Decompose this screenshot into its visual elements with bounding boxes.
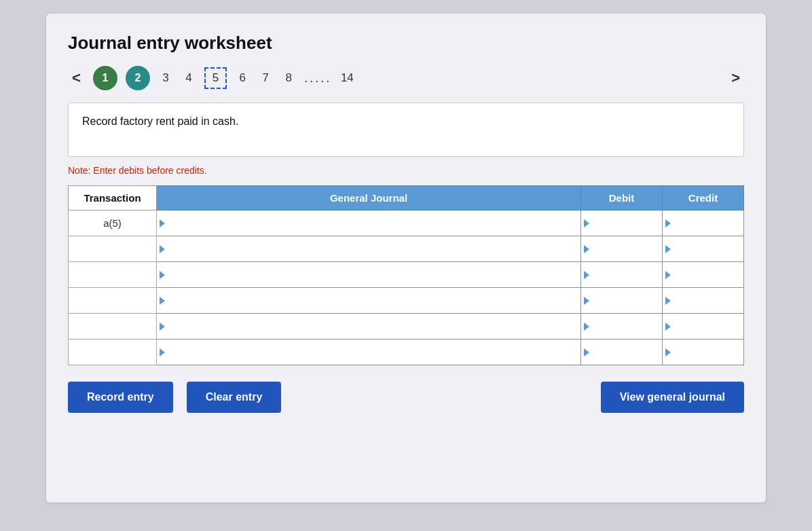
nav-item-6[interactable]: 6 [235,71,250,85]
nav-item-5[interactable]: 5 [204,67,227,89]
table-row [69,288,744,314]
journal-input-4[interactable] [173,295,545,306]
cell-debit-1[interactable] [581,210,663,236]
col-header-general-journal: General Journal [157,186,581,210]
triangle-debit-3 [584,271,589,279]
cell-debit-3[interactable] [581,262,663,288]
triangle-credit-4 [665,297,671,305]
nav-next-arrow[interactable]: > [727,68,744,88]
credit-input-6[interactable] [679,347,735,358]
journal-input-2[interactable] [173,244,545,255]
table-row: a(5) [69,210,744,236]
cell-debit-6[interactable] [581,340,663,365]
table-row [69,236,744,262]
triangle-icon-5 [160,323,165,331]
page-title: Journal entry worksheet [68,33,744,54]
triangle-credit-1 [665,219,671,227]
cell-debit-4[interactable] [581,288,663,314]
nav-row: < 1 2 3 4 5 6 7 8 ..... 14 > [68,66,744,90]
triangle-icon-1 [160,219,165,227]
instruction-box: Record factory rent paid in cash. [68,103,744,157]
triangle-icon-3 [160,271,165,279]
journal-input-3[interactable] [173,270,545,280]
triangle-credit-5 [665,323,671,331]
nav-item-14[interactable]: 14 [339,71,354,85]
button-row: Record entry Clear entry View general jo… [68,382,744,413]
cell-journal-3[interactable] [157,262,581,288]
triangle-icon-4 [160,297,165,305]
cell-credit-6[interactable] [663,340,744,365]
nav-item-8[interactable]: 8 [281,71,296,85]
cell-debit-5[interactable] [581,314,663,340]
cell-journal-6[interactable] [157,340,581,365]
main-card: Journal entry worksheet < 1 2 3 4 5 6 7 … [46,14,766,502]
nav-dots: ..... [304,71,331,86]
cell-debit-2[interactable] [581,236,663,262]
view-general-journal-button[interactable]: View general journal [601,382,744,413]
nav-item-3[interactable]: 3 [158,71,173,85]
debit-input-3[interactable] [597,270,653,280]
cell-transaction-6 [69,340,157,365]
credit-input-5[interactable] [679,321,735,332]
credit-input-1[interactable] [679,218,735,229]
cell-credit-3[interactable] [663,262,744,288]
triangle-debit-4 [584,297,589,305]
journal-input-6[interactable] [173,347,545,358]
triangle-credit-6 [665,348,671,356]
table-row [69,314,744,340]
debit-input-2[interactable] [597,244,653,255]
triangle-debit-2 [584,245,589,253]
journal-input-5[interactable] [173,321,545,332]
triangle-debit-6 [584,348,589,356]
col-header-debit: Debit [581,186,663,210]
cell-credit-2[interactable] [663,236,744,262]
triangle-icon-6 [160,348,165,356]
cell-journal-1[interactable] [157,210,581,236]
cell-transaction-1: a(5) [69,210,157,236]
instruction-text: Record factory rent paid in cash. [82,115,238,127]
triangle-icon-2 [160,245,165,253]
cell-credit-5[interactable] [663,314,744,340]
col-header-credit: Credit [663,186,744,210]
table-row [69,262,744,288]
nav-item-4[interactable]: 4 [181,71,196,85]
cell-journal-4[interactable] [157,288,581,314]
nav-item-1[interactable]: 1 [93,66,117,90]
nav-item-7[interactable]: 7 [258,71,273,85]
cell-transaction-4 [69,288,157,314]
cell-journal-2[interactable] [157,236,581,262]
debit-input-1[interactable] [597,218,653,229]
credit-input-3[interactable] [679,270,735,280]
journal-input-1[interactable] [173,218,545,229]
credit-input-4[interactable] [679,295,735,306]
debit-input-6[interactable] [597,347,653,358]
clear-entry-button[interactable]: Clear entry [187,382,282,413]
nav-item-2[interactable]: 2 [126,66,150,90]
col-header-transaction: Transaction [69,186,157,210]
cell-journal-5[interactable] [157,314,581,340]
triangle-credit-3 [665,271,671,279]
cell-credit-4[interactable] [663,288,744,314]
debit-input-5[interactable] [597,321,653,332]
cell-credit-1[interactable] [663,210,744,236]
debit-input-4[interactable] [597,295,653,306]
table-row [69,340,744,365]
triangle-credit-2 [665,245,671,253]
record-entry-button[interactable]: Record entry [68,382,173,413]
credit-input-2[interactable] [679,244,735,255]
cell-transaction-5 [69,314,157,340]
cell-transaction-2 [69,236,157,262]
journal-table: Transaction General Journal Debit Credit… [68,185,744,365]
triangle-debit-1 [584,219,589,227]
nav-prev-arrow[interactable]: < [68,68,85,88]
note-text: Note: Enter debits before credits. [68,165,744,176]
cell-transaction-3 [69,262,157,288]
triangle-debit-5 [584,323,589,331]
